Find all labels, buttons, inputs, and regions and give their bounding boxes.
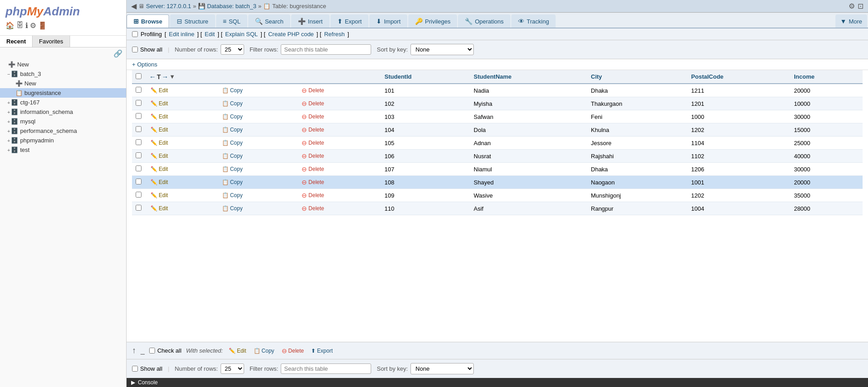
row-copy-btn-4[interactable]: 📋 Copy [221, 139, 244, 146]
bottom-show-all-checkbox[interactable] [132, 366, 138, 372]
nav-tab-operations[interactable]: 🔧 Operations [458, 14, 510, 28]
help-icon[interactable]: ℹ [25, 21, 28, 30]
row-edit-btn-8[interactable]: ✏️ Edit [149, 192, 170, 199]
tree-item-phpmyadmin[interactable]: + 🗄️ phpmyadmin [0, 136, 126, 145]
options-bar[interactable]: + Options [127, 59, 868, 70]
row-edit-btn-0[interactable]: ✏️ Edit [149, 87, 170, 94]
tree-toggle-batch3[interactable]: − [7, 71, 10, 77]
col-studentname[interactable]: StudentName [470, 70, 587, 84]
tree-item-mysql[interactable]: + 🗄️ mysql [0, 117, 126, 126]
row-edit-btn-1[interactable]: ✏️ Edit [149, 100, 170, 107]
bottom-rows-select[interactable]: 2550100 [221, 363, 244, 374]
row-edit-btn-6[interactable]: ✏️ Edit [149, 165, 170, 173]
row-checkbox-7[interactable] [136, 179, 142, 184]
row-delete-btn-7[interactable]: ⊖ Delete [300, 178, 326, 186]
create-php-link[interactable]: Create PHP code [268, 31, 314, 38]
select-up-icon[interactable]: ↑ [132, 346, 136, 355]
row-copy-btn-7[interactable]: 📋 Copy [221, 179, 244, 186]
tree-item-ctg167[interactable]: + 🗄️ ctg-167 [0, 98, 126, 107]
row-edit-btn-2[interactable]: ✏️ Edit [149, 113, 170, 120]
home-icon[interactable]: 🏠 [5, 21, 14, 30]
nav-tab-tracking[interactable]: 👁 Tracking [511, 14, 556, 28]
row-delete-btn-4[interactable]: ⊖ Delete [300, 139, 326, 147]
tree-toggle-information_schema[interactable]: + [7, 109, 10, 115]
nav-tab-privileges[interactable]: 🔑 Privileges [408, 14, 457, 28]
row-delete-btn-3[interactable]: ⊖ Delete [300, 126, 326, 134]
bulk-delete-btn[interactable]: ⊖ Delete [280, 347, 306, 355]
rows-select[interactable]: 2550100250500 [221, 44, 244, 55]
show-all-label[interactable]: Show all [132, 46, 162, 53]
row-edit-btn-3[interactable]: ✏️ Edit [149, 126, 170, 133]
show-all-checkbox[interactable] [132, 47, 138, 52]
row-edit-btn-9[interactable]: ✏️ Edit [149, 205, 170, 212]
check-all-label[interactable]: Check all [149, 347, 181, 354]
col-dropdown-btn[interactable]: ▼ [170, 73, 175, 80]
edit-inline-link[interactable]: Edit inline [169, 31, 194, 38]
row-checkbox-5[interactable] [136, 152, 142, 158]
row-checkbox-3[interactable] [136, 126, 142, 132]
nav-tab-insert[interactable]: ➕ Insert [291, 14, 330, 28]
recent-tab[interactable]: Recent [0, 36, 33, 47]
breadcrumb-database[interactable]: Database: batch_3 [207, 3, 256, 9]
check-all-bottom[interactable] [149, 348, 155, 354]
row-checkbox-4[interactable] [136, 139, 142, 145]
bulk-export-btn[interactable]: ⬆ Export [310, 347, 334, 354]
sidebar-collapse-btn[interactable]: 🔗 [0, 47, 126, 60]
row-delete-btn-8[interactable]: ⊖ Delete [300, 191, 326, 199]
row-delete-btn-9[interactable]: ⊖ Delete [300, 204, 326, 212]
tree-toggle-mysql[interactable]: + [7, 119, 10, 124]
tree-toggle-ctg167[interactable]: + [7, 100, 10, 105]
breadcrumb-server[interactable]: Server: 127.0.0.1 [146, 3, 191, 9]
tree-item-test[interactable]: + 🗄️ test [0, 145, 126, 155]
tree-toggle-phpmyadmin[interactable]: + [7, 138, 10, 143]
row-checkbox-9[interactable] [136, 205, 142, 211]
tree-toggle-test[interactable]: + [7, 147, 10, 153]
row-delete-btn-0[interactable]: ⊖ Delete [300, 86, 326, 94]
row-edit-btn-5[interactable]: ✏️ Edit [149, 152, 170, 160]
col-left-btn[interactable]: ← [149, 73, 156, 80]
nav-tab-structure[interactable]: ⊟ Structure [170, 14, 215, 28]
tree-item-new-batch3[interactable]: ➕ New [0, 79, 126, 88]
settings-icon[interactable]: ⚙ [30, 21, 36, 30]
bulk-edit-btn[interactable]: ✏️ Edit [227, 347, 248, 354]
row-edit-btn-4[interactable]: ✏️ Edit [149, 139, 170, 146]
tree-item-batch3[interactable]: − 🗄️ batch_3 [0, 69, 126, 79]
row-copy-btn-5[interactable]: 📋 Copy [221, 152, 244, 160]
tree-item-performance_schema[interactable]: + 🗄️ performance_schema [0, 126, 126, 136]
col-postalcode[interactable]: PostalCode [688, 70, 790, 84]
col-studentid[interactable]: StudentId [381, 70, 470, 84]
bottom-filter-input[interactable] [281, 363, 371, 374]
row-checkbox-8[interactable] [136, 192, 142, 198]
refresh-link[interactable]: Refresh [324, 31, 345, 38]
row-copy-btn-8[interactable]: 📋 Copy [221, 192, 244, 199]
row-delete-btn-1[interactable]: ⊖ Delete [300, 99, 326, 108]
bottom-sort-select[interactable]: None [410, 363, 474, 374]
profiling-checkbox[interactable] [132, 31, 138, 37]
exit-icon[interactable]: 🚪 [38, 21, 47, 30]
bottom-show-all-label[interactable]: Show all [132, 365, 162, 372]
tree-item-bugresistance[interactable]: 📋 bugresistance [0, 88, 126, 98]
row-copy-btn-2[interactable]: 📋 Copy [221, 113, 244, 120]
nav-tab-export[interactable]: ⬆ Export [330, 14, 369, 28]
row-checkbox-1[interactable] [136, 100, 142, 106]
row-copy-btn-3[interactable]: 📋 Copy [221, 126, 244, 133]
nav-tab-search[interactable]: 🔍 Search [248, 14, 290, 28]
row-copy-btn-0[interactable]: 📋 Copy [221, 87, 244, 94]
favorites-tab[interactable]: Favorites [33, 36, 70, 47]
select-all-checkbox[interactable] [136, 73, 142, 79]
explain-sql-link[interactable]: Explain SQL [225, 31, 258, 38]
row-checkbox-2[interactable] [136, 113, 142, 119]
nav-tab-import[interactable]: ⬇ Import [369, 14, 407, 28]
tree-item-information_schema[interactable]: + 🗄️ information_schema [0, 107, 126, 117]
sort-select[interactable]: None [410, 44, 474, 55]
row-copy-btn-6[interactable]: 📋 Copy [221, 165, 244, 173]
row-copy-btn-9[interactable]: 📋 Copy [221, 205, 244, 212]
col-city[interactable]: City [587, 70, 688, 84]
filter-input[interactable] [281, 44, 371, 55]
row-checkbox-6[interactable] [136, 165, 142, 171]
row-delete-btn-2[interactable]: ⊖ Delete [300, 113, 326, 121]
row-checkbox-0[interactable] [136, 87, 142, 93]
row-delete-btn-6[interactable]: ⊖ Delete [300, 165, 326, 173]
col-income[interactable]: Income [790, 70, 863, 84]
back-btn[interactable]: ◀ [131, 2, 137, 10]
